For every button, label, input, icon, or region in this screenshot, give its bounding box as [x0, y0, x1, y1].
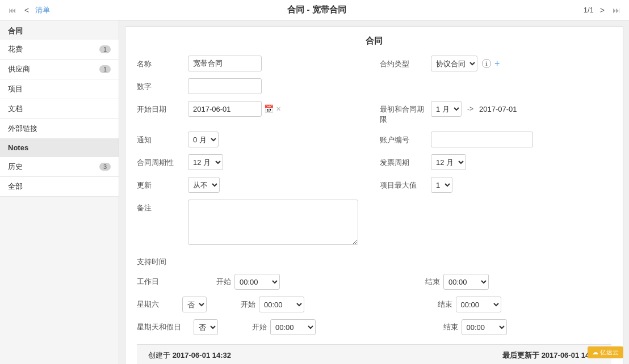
- notice-select[interactable]: 0 月: [188, 132, 219, 147]
- first-page-btn[interactable]: ⏮: [7, 6, 18, 15]
- form-card-title: 合同: [137, 36, 611, 46]
- next-page-btn[interactable]: >: [598, 6, 606, 15]
- invoice-period-select[interactable]: 12 月: [431, 154, 466, 170]
- notice-label: 通知: [137, 132, 188, 145]
- last-page-btn[interactable]: ⏭: [611, 6, 622, 15]
- name-input[interactable]: [188, 56, 262, 71]
- row-name: 名称 合约类型 协议合同 ℹ +: [137, 56, 611, 71]
- holiday-start-group: 开始 00:00: [218, 319, 421, 335]
- sidebar-item-label: Notes: [8, 143, 28, 152]
- sidebar: 合同 花费 1 供应商 1 项目 文档 外部链接 Notes 历史 3 全部: [0, 20, 119, 364]
- saturday-select[interactable]: 否: [182, 297, 207, 312]
- sidebar-item-xiangmu[interactable]: 项目: [0, 79, 119, 99]
- saturday-end-select[interactable]: 00:00: [456, 297, 501, 312]
- form-footer: 创建于 2017-06-01 14:32 最后更新于 2017-06-01 14…: [137, 344, 611, 364]
- saturday-end-label: 结束: [438, 299, 452, 310]
- content-area: 合同 名称 合约类型 协议合同 ℹ +: [119, 20, 629, 364]
- sidebar-item-quanbu[interactable]: 全部: [0, 177, 119, 197]
- initial-period-end: 2017-07-01: [479, 105, 517, 113]
- support-row-holiday: 星期天和假日 否 开始 00:00 结束 00:00: [137, 319, 611, 335]
- holiday-end-select[interactable]: 00:00: [462, 319, 507, 335]
- saturday-label: 星期六: [137, 299, 182, 310]
- max-items-label: 项目最大值: [380, 177, 431, 191]
- holiday-select[interactable]: 否: [194, 319, 218, 335]
- top-bar: ⏮ < 清单 合同 - 宽带合同 1/1 > ⏭: [0, 0, 629, 20]
- sidebar-item-gongyingshang[interactable]: 供应商 1: [0, 60, 119, 79]
- pagination: 1/1: [584, 6, 594, 14]
- account-number-input[interactable]: [431, 132, 533, 147]
- periodicity-label: 合同周期性: [137, 154, 188, 168]
- workday-label: 工作日: [137, 277, 182, 287]
- prev-page-btn[interactable]: <: [23, 6, 31, 15]
- sidebar-badge-lishi: 3: [99, 163, 111, 171]
- name-label: 名称: [137, 56, 188, 69]
- sidebar-item-label: 外部链接: [8, 124, 37, 134]
- add-contract-type-btn[interactable]: +: [494, 58, 500, 69]
- account-number-label: 账户编号: [380, 132, 431, 145]
- sidebar-item-label: 全部: [8, 181, 23, 192]
- periodicity-select[interactable]: 12 月: [188, 154, 223, 170]
- number-label: 数字: [137, 78, 188, 92]
- sidebar-item-huafei[interactable]: 花费 1: [0, 40, 119, 60]
- sidebar-item-notes[interactable]: Notes: [0, 139, 119, 157]
- renewal-field: 从不: [188, 177, 368, 193]
- created-label: 创建于: [148, 351, 170, 359]
- max-items-select[interactable]: 1: [431, 177, 452, 193]
- support-section-label: 支持时间: [137, 253, 611, 267]
- start-date-input[interactable]: [188, 101, 262, 117]
- sidebar-section-title: 合同: [0, 20, 119, 40]
- max-items-field: 1: [431, 177, 611, 193]
- holiday-end-group: 结束 00:00: [421, 319, 612, 335]
- workday-start-select[interactable]: 00:00: [234, 274, 280, 290]
- row-periodicity: 合同周期性 12 月 发票周期 12 月: [137, 154, 611, 170]
- number-input[interactable]: [188, 78, 262, 94]
- top-bar-right: 1/1 > ⏭: [584, 6, 622, 15]
- support-row-workday: 工作日 开始 00:00 结束 00:00: [137, 274, 611, 290]
- sidebar-badge-gongyingshang: 1: [99, 65, 111, 73]
- watermark-text: 亿速云: [600, 348, 619, 357]
- date-clear-btn[interactable]: ✕: [276, 105, 281, 113]
- contract-type-select[interactable]: 协议合同: [431, 56, 477, 71]
- row-number: 数字: [137, 78, 611, 94]
- sidebar-item-wendang[interactable]: 文档: [0, 99, 119, 119]
- sidebar-item-waibulianjie[interactable]: 外部链接: [0, 119, 119, 139]
- saturday-start-select[interactable]: 00:00: [259, 297, 304, 312]
- form-card: 合同 名称 合约类型 协议合同 ℹ +: [125, 26, 623, 364]
- sidebar-item-label: 供应商: [8, 64, 30, 74]
- holiday-start-label: 开始: [252, 322, 267, 332]
- name-field: [188, 56, 368, 71]
- clear-btn[interactable]: 清单: [35, 5, 50, 15]
- holiday-end-label: 结束: [443, 322, 458, 332]
- invoice-period-field: 12 月: [431, 154, 611, 170]
- watermark: ☁ 亿速云: [588, 346, 623, 358]
- arrow-right-icon: ->: [467, 105, 473, 113]
- created-value: 2017-06-01 14:32: [173, 351, 231, 359]
- periodicity-field: 12 月: [188, 154, 368, 170]
- workday-start-group: 开始 00:00: [182, 274, 402, 290]
- start-date-label: 开始日期: [137, 101, 188, 115]
- row-notice: 通知 0 月 账户编号: [137, 132, 611, 147]
- account-number-field: [431, 132, 611, 147]
- watermark-icon: ☁: [592, 349, 598, 356]
- holiday-start-select[interactable]: 00:00: [270, 319, 316, 335]
- workday-end-select[interactable]: 00:00: [443, 274, 489, 290]
- initial-period-label: 最初和合同期限: [380, 101, 431, 125]
- invoice-period-label: 发票周期: [380, 154, 431, 168]
- contract-type-label: 合约类型: [380, 56, 431, 69]
- holiday-label: 星期天和假日: [137, 322, 194, 332]
- saturday-start-label: 开始: [241, 299, 255, 310]
- renewal-select[interactable]: 从不: [188, 177, 220, 193]
- start-date-field: 📅 ✕: [188, 101, 368, 117]
- workday-start-label: 开始: [216, 277, 231, 287]
- sidebar-item-lishi[interactable]: 历史 3: [0, 157, 119, 177]
- notice-field: 0 月: [188, 132, 368, 147]
- initial-period-field: 1 月 -> 2017-07-01: [431, 101, 611, 117]
- calendar-icon[interactable]: 📅: [264, 104, 274, 113]
- updated-text: 最后更新于 2017-06-01 14:32: [502, 350, 600, 361]
- initial-period-select[interactable]: 1 月: [431, 101, 462, 117]
- info-icon[interactable]: ℹ: [482, 59, 491, 68]
- renewal-label: 更新: [137, 177, 188, 191]
- sidebar-item-label: 花费: [8, 44, 23, 54]
- notes-textarea[interactable]: [188, 200, 358, 245]
- notes-label: 备注: [137, 200, 188, 213]
